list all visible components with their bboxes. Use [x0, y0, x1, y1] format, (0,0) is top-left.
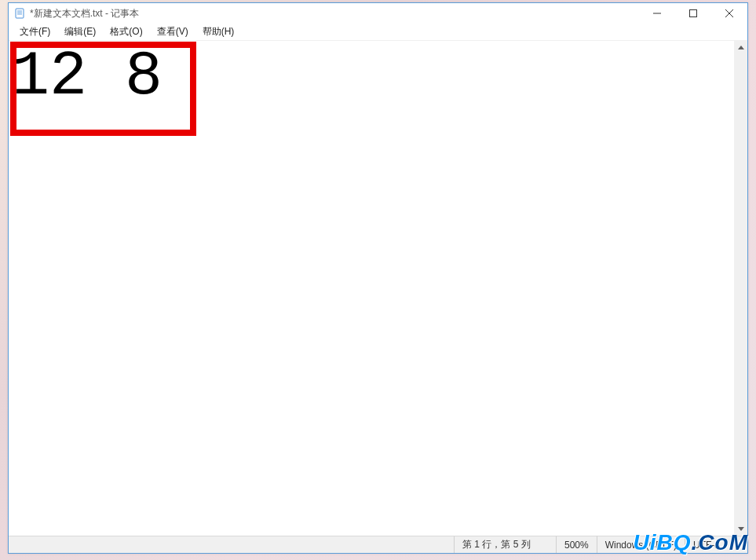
svg-rect-5	[690, 10, 697, 17]
menu-view[interactable]: 查看(V)	[151, 24, 195, 40]
menu-format[interactable]: 格式(O)	[104, 24, 148, 40]
status-encoding: UTF-8	[685, 536, 747, 553]
svg-rect-0	[16, 9, 24, 18]
menu-help[interactable]: 帮助(H)	[196, 24, 241, 40]
editor-area	[9, 41, 747, 536]
window-title: *新建文本文档.txt - 记事本	[30, 7, 139, 20]
scroll-up-icon[interactable]	[734, 41, 747, 54]
status-spacer	[9, 536, 454, 553]
notepad-icon	[13, 7, 26, 20]
svg-marker-9	[738, 527, 744, 531]
maximize-button[interactable]	[675, 3, 711, 24]
close-button[interactable]	[711, 3, 747, 24]
menu-file[interactable]: 文件(F)	[13, 24, 57, 40]
minimize-button[interactable]	[639, 3, 675, 24]
status-cursor-position: 第 1 行，第 5 列	[454, 536, 556, 553]
notepad-window: *新建文本文档.txt - 记事本 文件(F) 编辑(E) 格式(O) 查看(V…	[8, 2, 748, 554]
titlebar[interactable]: *新建文本文档.txt - 记事本	[9, 3, 747, 24]
menu-edit[interactable]: 编辑(E)	[58, 24, 102, 40]
svg-marker-8	[738, 46, 744, 49]
vertical-scrollbar[interactable]	[734, 41, 747, 536]
status-zoom: 500%	[556, 536, 597, 553]
scroll-down-icon[interactable]	[734, 522, 747, 536]
text-editor[interactable]	[9, 41, 734, 536]
status-line-ending: Windows (CRLF)	[597, 536, 685, 553]
window-controls	[639, 3, 747, 24]
statusbar: 第 1 行，第 5 列 500% Windows (CRLF) UTF-8	[9, 536, 747, 553]
menubar: 文件(F) 编辑(E) 格式(O) 查看(V) 帮助(H)	[9, 24, 747, 41]
